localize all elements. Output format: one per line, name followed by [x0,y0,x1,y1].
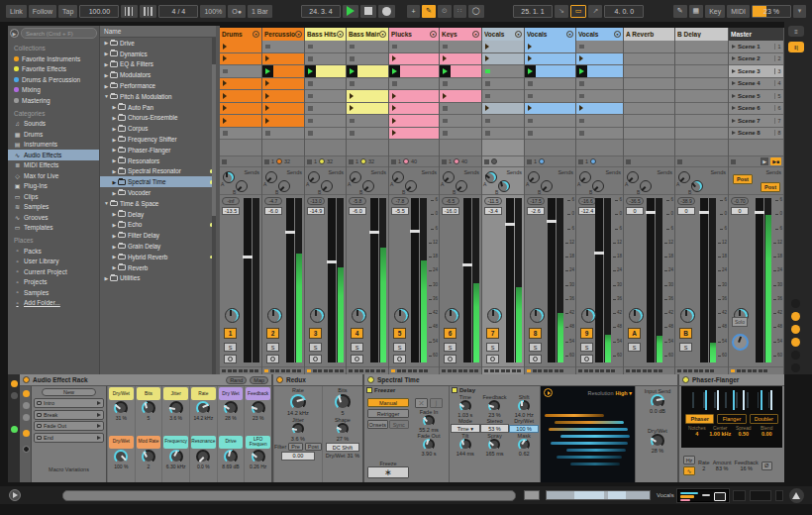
stop-clips-icon[interactable] [442,159,447,164]
clip-slot[interactable] [305,103,346,116]
tree-item-pitch-modulation[interactable]: ▼Pitch & Modulation [100,91,216,102]
track-menu-icon[interactable]: ▾ [337,31,344,38]
io-input-value[interactable]: 1 [534,158,537,164]
rack-new-variation-button[interactable]: New [42,388,96,396]
metronome-button[interactable]: O● [228,5,246,18]
send-a-knob[interactable] [627,171,639,183]
track-menu-icon[interactable]: ▾ [515,31,522,38]
track-menu-icon[interactable]: ▾ [614,31,621,38]
volume-field[interactable]: -6.0 [264,207,282,215]
delay-time-knob[interactable] [459,400,471,412]
send-b-knob[interactable] [405,180,417,192]
scene-row[interactable]: Scene 33 [729,65,783,78]
cpu-menu-arrow-icon[interactable]: ▾ [793,5,806,18]
solo-button[interactable]: S [580,343,593,352]
device-power-icon[interactable] [23,376,30,383]
collapsed-arrow-icon[interactable]: ▶ [111,137,118,143]
crossfade-assign-row[interactable] [624,367,674,374]
track-activator-button[interactable]: 7 [486,328,499,339]
track-header[interactable]: Vocals▾ [576,28,623,41]
arm-button[interactable] [309,355,322,363]
back-to-arrangement-icon[interactable]: ▶ [761,157,768,165]
tap-tempo-button[interactable]: Tap [58,5,77,18]
volume-fader[interactable] [411,198,419,362]
tree-item-resonators[interactable]: ▶Resonators [100,155,216,166]
track-header[interactable]: Vocals▾ [482,28,524,41]
place-projects[interactable]: ▫Projects [8,277,99,288]
track-activator-button[interactable]: 5 [393,328,406,339]
track-menu-icon[interactable]: ▾ [379,31,386,38]
clip-slot[interactable] [347,78,388,91]
mixer-toggle-perf-icon[interactable] [791,363,800,372]
volume-field[interactable]: -5.5 [391,207,409,215]
redux-drywet-value[interactable]: 31 % [348,453,360,459]
stop-clips-icon[interactable] [626,159,631,164]
send-b-knob[interactable] [640,180,652,192]
scene-row[interactable]: Scene 22 [729,53,783,66]
tree-item-frequency-shifter[interactable]: ▶Frequency Shifter [100,134,216,145]
scene-launch-icon[interactable] [732,94,736,98]
rack-chain-toggle-icon[interactable] [23,402,30,409]
clip-slot[interactable] [576,90,623,103]
clip-slot[interactable] [389,78,439,91]
send-b-knob[interactable] [278,180,290,192]
send-b-knob[interactable] [541,180,553,192]
send-a-knob[interactable] [678,171,690,183]
category-midi-effects[interactable]: ≣MIDI Effects [8,160,99,171]
link-button[interactable]: Link [6,5,27,18]
io-input-value[interactable]: 1 [449,158,452,164]
launch-variation-icon[interactable] [97,413,101,417]
crossfader-knob[interactable] [732,334,749,351]
redux-title-bar[interactable]: Redux [273,374,362,386]
crossfade-assign-row[interactable] [440,367,481,374]
collapsed-arrow-icon[interactable]: ▶ [111,190,118,196]
clip-slot[interactable] [440,115,481,128]
macro-knob[interactable] [196,401,210,415]
clip-slot[interactable] [262,128,304,141]
io-output-value[interactable]: 40 [461,158,467,164]
tree-item-echo[interactable]: ▶Echo [100,220,216,231]
device-scroll-left[interactable] [524,490,540,500]
send-a-knob[interactable] [443,171,455,183]
clip-slot[interactable] [482,78,524,91]
track-header[interactable]: Master [729,28,783,41]
search-input[interactable]: Search (Cmd + F) [21,28,97,39]
pan-knob[interactable] [394,308,409,323]
macro-knob[interactable] [169,450,183,464]
clip-slot[interactable] [576,41,623,53]
clip-slot[interactable] [347,90,388,103]
clip-slot[interactable] [262,53,304,66]
expanded-arrow-icon[interactable]: ▼ [103,93,110,99]
collapsed-arrow-icon[interactable]: ▶ [111,104,118,110]
tree-name-header[interactable]: Name [100,26,216,38]
send-a-knob[interactable] [308,171,320,183]
phaser-param-spread[interactable]: Spread0.50 [732,426,756,437]
fade-out-knob[interactable] [423,439,435,451]
launch-variation-icon[interactable] [97,424,101,428]
scene-menu-button[interactable]: ≡ [788,26,804,37]
clip-slot[interactable] [347,65,388,78]
clip-slot[interactable] [576,78,623,91]
macro-knob[interactable] [142,450,155,464]
phaser-param-blend[interactable]: Blend0.00 [756,426,779,437]
freeze-ramp-icon[interactable]: ⌡ [430,398,443,408]
pan-knob[interactable] [629,308,644,323]
place-samples[interactable]: ▫Samples [8,287,99,298]
computer-midi-keyboard-button[interactable]: ▦ [689,5,704,18]
clip-slot[interactable] [482,65,524,78]
clip-slot[interactable] [347,53,388,66]
pan-knob[interactable] [445,308,459,323]
preview-triangle-icon[interactable] [789,488,804,503]
clip-slot[interactable] [305,65,346,78]
delay-tilt-knob[interactable] [459,439,471,451]
automation-arm-button[interactable]: ✎ [422,5,436,18]
clip-slot[interactable] [389,65,439,78]
clip-slot[interactable] [347,128,388,141]
category-drums[interactable]: ▦Drums [8,129,99,140]
track-header[interactable]: Percussion▾ [262,28,304,41]
scene-row[interactable]: Scene 55 [729,90,783,103]
tempo-field[interactable]: 100.00 [79,5,119,18]
category-clips[interactable]: ▭Clips [8,191,99,202]
collapsed-arrow-icon[interactable]: ▶ [103,51,110,56]
arrangement-position-field[interactable]: 24. 3. 4 [301,5,341,18]
